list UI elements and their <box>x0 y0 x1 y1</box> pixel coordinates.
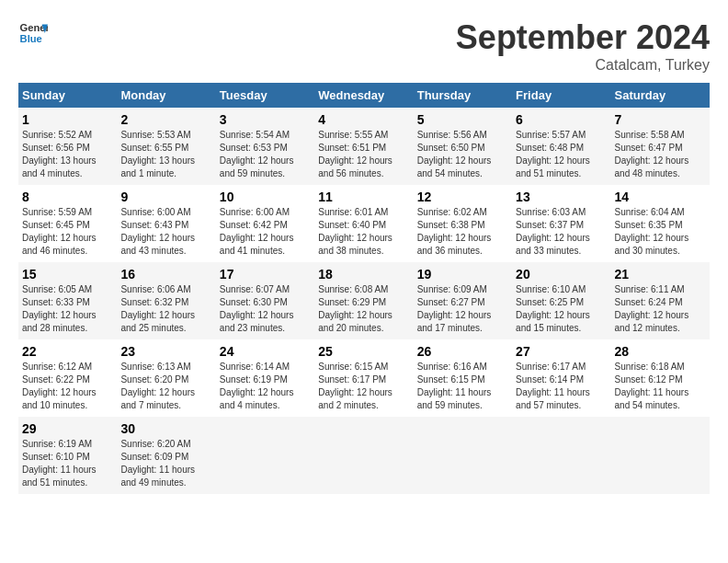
day-number: 12 <box>417 190 508 204</box>
day-info: Sunrise: 6:16 AM Sunset: 6:15 PM Dayligh… <box>417 361 508 412</box>
day-cell: 5Sunrise: 5:56 AM Sunset: 6:50 PM Daylig… <box>414 108 512 185</box>
week-row-4: 22Sunrise: 6:12 AM Sunset: 6:22 PM Dayli… <box>18 339 710 417</box>
day-number: 25 <box>318 344 409 359</box>
day-number: 15 <box>22 267 113 282</box>
day-cell: 11Sunrise: 6:01 AM Sunset: 6:40 PM Dayli… <box>314 185 413 262</box>
day-info: Sunrise: 6:11 AM Sunset: 6:24 PM Dayligh… <box>615 283 706 335</box>
week-row-2: 8Sunrise: 5:59 AM Sunset: 6:45 PM Daylig… <box>18 185 710 262</box>
day-info: Sunrise: 5:52 AM Sunset: 6:56 PM Dayligh… <box>22 129 113 180</box>
weekday-header-friday: Friday <box>512 83 610 108</box>
week-row-5: 29Sunrise: 6:19 AM Sunset: 6:10 PM Dayli… <box>18 417 710 494</box>
day-number: 20 <box>516 267 607 282</box>
weekday-header-wednesday: Wednesday <box>314 83 413 108</box>
day-number: 13 <box>516 190 607 204</box>
title-block: September 2024 Catalcam, Turkey <box>456 18 710 74</box>
day-cell: 25Sunrise: 6:15 AM Sunset: 6:17 PM Dayli… <box>314 339 413 417</box>
day-cell: 15Sunrise: 6:05 AM Sunset: 6:33 PM Dayli… <box>18 262 117 339</box>
day-number: 30 <box>120 421 211 436</box>
day-info: Sunrise: 6:14 AM Sunset: 6:19 PM Dayligh… <box>220 361 311 412</box>
day-info: Sunrise: 6:00 AM Sunset: 6:43 PM Dayligh… <box>120 206 211 258</box>
day-number: 10 <box>220 190 311 204</box>
day-info: Sunrise: 6:10 AM Sunset: 6:25 PM Dayligh… <box>516 283 607 335</box>
day-cell: 8Sunrise: 5:59 AM Sunset: 6:45 PM Daylig… <box>18 185 117 262</box>
day-cell: 3Sunrise: 5:54 AM Sunset: 6:53 PM Daylig… <box>216 108 314 185</box>
day-info: Sunrise: 6:12 AM Sunset: 6:22 PM Dayligh… <box>22 361 113 412</box>
page-header: General Blue September 2024 Catalcam, Tu… <box>18 18 710 74</box>
day-info: Sunrise: 6:02 AM Sunset: 6:38 PM Dayligh… <box>417 206 508 258</box>
day-number: 8 <box>22 190 113 204</box>
day-cell: 2Sunrise: 5:53 AM Sunset: 6:55 PM Daylig… <box>117 108 215 185</box>
day-info: Sunrise: 6:08 AM Sunset: 6:29 PM Dayligh… <box>318 283 409 335</box>
day-number: 9 <box>120 190 211 204</box>
day-info: Sunrise: 6:07 AM Sunset: 6:30 PM Dayligh… <box>220 283 311 335</box>
day-cell: 22Sunrise: 6:12 AM Sunset: 6:22 PM Dayli… <box>18 339 117 417</box>
day-info: Sunrise: 6:17 AM Sunset: 6:14 PM Dayligh… <box>516 361 607 412</box>
day-info: Sunrise: 5:57 AM Sunset: 6:48 PM Dayligh… <box>516 129 607 180</box>
svg-text:Blue: Blue <box>20 33 42 44</box>
day-number: 7 <box>615 112 706 127</box>
weekday-header-monday: Monday <box>117 83 215 108</box>
day-cell: 10Sunrise: 6:00 AM Sunset: 6:42 PM Dayli… <box>216 185 314 262</box>
day-info: Sunrise: 6:18 AM Sunset: 6:12 PM Dayligh… <box>615 361 706 412</box>
weekday-header-sunday: Sunday <box>18 83 117 108</box>
day-number: 14 <box>615 190 706 204</box>
day-info: Sunrise: 5:56 AM Sunset: 6:50 PM Dayligh… <box>417 129 508 180</box>
day-number: 16 <box>120 267 211 282</box>
day-cell: 21Sunrise: 6:11 AM Sunset: 6:24 PM Dayli… <box>611 262 710 339</box>
day-number: 21 <box>615 267 706 282</box>
day-cell: 27Sunrise: 6:17 AM Sunset: 6:14 PM Dayli… <box>512 339 610 417</box>
day-cell: 19Sunrise: 6:09 AM Sunset: 6:27 PM Dayli… <box>414 262 512 339</box>
day-info: Sunrise: 5:55 AM Sunset: 6:51 PM Dayligh… <box>318 129 409 180</box>
day-info: Sunrise: 6:06 AM Sunset: 6:32 PM Dayligh… <box>120 283 211 335</box>
day-cell: 9Sunrise: 6:00 AM Sunset: 6:43 PM Daylig… <box>117 185 215 262</box>
day-number: 11 <box>318 190 409 204</box>
day-number: 1 <box>22 112 113 127</box>
day-info: Sunrise: 5:58 AM Sunset: 6:47 PM Dayligh… <box>615 129 706 180</box>
day-cell: 6Sunrise: 5:57 AM Sunset: 6:48 PM Daylig… <box>512 108 610 185</box>
day-number: 5 <box>417 112 508 127</box>
day-cell: 18Sunrise: 6:08 AM Sunset: 6:29 PM Dayli… <box>314 262 413 339</box>
day-cell: 16Sunrise: 6:06 AM Sunset: 6:32 PM Dayli… <box>117 262 215 339</box>
day-number: 2 <box>120 112 211 127</box>
day-cell: 13Sunrise: 6:03 AM Sunset: 6:37 PM Dayli… <box>512 185 610 262</box>
day-number: 22 <box>22 344 113 359</box>
day-number: 27 <box>516 344 607 359</box>
day-cell: 30Sunrise: 6:20 AM Sunset: 6:09 PM Dayli… <box>117 417 215 494</box>
day-number: 17 <box>220 267 311 282</box>
weekday-header-row: SundayMondayTuesdayWednesdayThursdayFrid… <box>18 83 710 108</box>
day-info: Sunrise: 5:59 AM Sunset: 6:45 PM Dayligh… <box>22 206 113 258</box>
day-cell: 1Sunrise: 5:52 AM Sunset: 6:56 PM Daylig… <box>18 108 117 185</box>
day-info: Sunrise: 6:19 AM Sunset: 6:10 PM Dayligh… <box>22 438 113 489</box>
day-number: 18 <box>318 267 409 282</box>
day-cell: 23Sunrise: 6:13 AM Sunset: 6:20 PM Dayli… <box>117 339 215 417</box>
day-number: 29 <box>22 421 113 436</box>
weekday-header-tuesday: Tuesday <box>216 83 314 108</box>
day-number: 26 <box>417 344 508 359</box>
day-info: Sunrise: 6:04 AM Sunset: 6:35 PM Dayligh… <box>615 206 706 258</box>
month-title: September 2024 <box>456 18 710 57</box>
logo-icon: General Blue <box>18 18 48 48</box>
day-info: Sunrise: 6:13 AM Sunset: 6:20 PM Dayligh… <box>120 361 211 412</box>
day-info: Sunrise: 6:03 AM Sunset: 6:37 PM Dayligh… <box>516 206 607 258</box>
day-cell: 7Sunrise: 5:58 AM Sunset: 6:47 PM Daylig… <box>611 108 710 185</box>
day-cell: 26Sunrise: 6:16 AM Sunset: 6:15 PM Dayli… <box>414 339 512 417</box>
day-number: 6 <box>516 112 607 127</box>
day-cell: 14Sunrise: 6:04 AM Sunset: 6:35 PM Dayli… <box>611 185 710 262</box>
day-cell <box>314 417 413 494</box>
location: Catalcam, Turkey <box>456 57 710 74</box>
day-number: 24 <box>220 344 311 359</box>
day-info: Sunrise: 5:54 AM Sunset: 6:53 PM Dayligh… <box>220 129 311 180</box>
day-cell: 4Sunrise: 5:55 AM Sunset: 6:51 PM Daylig… <box>314 108 413 185</box>
day-info: Sunrise: 6:09 AM Sunset: 6:27 PM Dayligh… <box>417 283 508 335</box>
weekday-header-saturday: Saturday <box>611 83 710 108</box>
day-cell <box>414 417 512 494</box>
day-info: Sunrise: 6:00 AM Sunset: 6:42 PM Dayligh… <box>220 206 311 258</box>
day-number: 4 <box>318 112 409 127</box>
week-row-1: 1Sunrise: 5:52 AM Sunset: 6:56 PM Daylig… <box>18 108 710 185</box>
day-number: 28 <box>615 344 706 359</box>
day-cell: 28Sunrise: 6:18 AM Sunset: 6:12 PM Dayli… <box>611 339 710 417</box>
calendar-table: SundayMondayTuesdayWednesdayThursdayFrid… <box>18 83 710 494</box>
day-cell: 29Sunrise: 6:19 AM Sunset: 6:10 PM Dayli… <box>18 417 117 494</box>
day-number: 3 <box>220 112 311 127</box>
day-cell: 17Sunrise: 6:07 AM Sunset: 6:30 PM Dayli… <box>216 262 314 339</box>
